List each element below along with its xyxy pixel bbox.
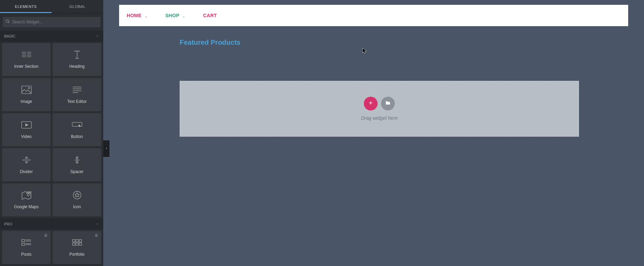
widget-label: Heading (69, 64, 85, 69)
svg-rect-24 (72, 240, 75, 242)
text-editor-icon (72, 85, 82, 94)
collapse-sidebar-button[interactable] (103, 140, 109, 157)
svg-rect-25 (76, 240, 78, 242)
preview-canvas: HOME SHOP CART Featured Products (103, 0, 644, 266)
nav-label: CART (203, 13, 217, 18)
chevron-down-icon (182, 14, 185, 17)
svg-point-16 (28, 193, 29, 194)
sidebar: ELEMENTS GLOBAL BASIC (0, 0, 103, 266)
divider-icon (21, 156, 32, 164)
preview-page: HOME SHOP CART Featured Products (119, 5, 628, 137)
widget-label: Image (21, 99, 32, 104)
button-icon (72, 120, 82, 129)
svg-rect-28 (76, 243, 78, 245)
widget-icon[interactable]: Icon (53, 183, 101, 216)
search-box[interactable] (3, 17, 101, 27)
chevron-down-icon (96, 34, 99, 38)
widget-text-editor[interactable]: Text Editor (53, 78, 101, 111)
section-basic-title: BASIC (4, 34, 15, 38)
video-icon (21, 120, 32, 129)
tab-global-label: GLOBAL (69, 4, 85, 9)
nav-home[interactable]: HOME (127, 13, 147, 18)
widget-image[interactable]: Image (2, 78, 51, 111)
widget-inner-section[interactable]: Inner Section (2, 43, 51, 76)
dropzone-buttons (364, 97, 395, 110)
widget-posts[interactable]: Posts (2, 231, 51, 264)
star-circle-icon (72, 191, 82, 200)
dropzone[interactable]: Drag widget here (180, 81, 579, 137)
tab-elements[interactable]: ELEMENTS (0, 0, 52, 13)
map-icon (21, 191, 32, 200)
widget-button[interactable]: Button (53, 113, 101, 146)
nav-label: SHOP (165, 13, 179, 18)
chevron-left-icon (105, 146, 108, 152)
chevron-down-icon (96, 222, 99, 226)
widget-label: Text Editor (67, 99, 87, 104)
dropzone-hint: Drag widget here (361, 115, 398, 121)
widget-label: Posts (21, 252, 31, 257)
inner-section-icon (21, 50, 32, 59)
widget-label: Inner Section (14, 64, 39, 69)
spacer-icon (72, 156, 82, 164)
search-icon (6, 19, 12, 25)
site-nav: HOME SHOP CART (119, 5, 628, 26)
widget-video[interactable]: Video (2, 113, 51, 146)
widget-grid-basic: Inner Section Heading Image (0, 42, 103, 219)
svg-rect-29 (79, 243, 82, 245)
widget-label: Portfolio (69, 252, 84, 257)
nav-cart[interactable]: CART (203, 13, 217, 18)
widget-portfolio[interactable]: Portfolio (53, 231, 101, 264)
sidebar-tabs: ELEMENTS GLOBAL (0, 0, 103, 13)
svg-rect-26 (79, 240, 82, 242)
search-input[interactable] (12, 20, 98, 24)
svg-rect-18 (21, 240, 24, 242)
lock-icon (44, 233, 48, 237)
widget-google-maps[interactable]: Google Maps (2, 183, 51, 216)
tab-elements-label: ELEMENTS (15, 4, 36, 9)
svg-rect-15 (72, 123, 82, 127)
widget-label: Divider (20, 169, 33, 174)
lock-icon (94, 233, 98, 237)
widget-grid-pro: Posts Portfolio (0, 230, 103, 266)
plus-icon (368, 100, 373, 107)
section-pro-head[interactable]: PRO (0, 219, 103, 230)
nav-shop[interactable]: SHOP (165, 13, 185, 18)
chevron-down-icon (144, 14, 147, 17)
nav-label: HOME (127, 13, 141, 18)
featured-products-heading[interactable]: Featured Products (180, 39, 628, 46)
svg-point-9 (28, 87, 30, 89)
image-icon (21, 85, 32, 94)
widget-label: Google Maps (14, 204, 39, 209)
section-basic-head[interactable]: BASIC (0, 31, 103, 42)
svg-rect-8 (22, 86, 31, 94)
folder-icon (385, 100, 391, 107)
widget-divider[interactable]: Divider (2, 148, 51, 181)
heading-icon (72, 50, 82, 59)
widget-label: Button (71, 134, 83, 139)
svg-rect-21 (21, 243, 24, 245)
widget-heading[interactable]: Heading (53, 43, 101, 76)
template-library-button[interactable] (381, 97, 395, 110)
widget-label: Icon (73, 204, 81, 209)
portfolio-icon (72, 238, 82, 247)
widget-label: Spacer (70, 169, 83, 174)
add-section-button[interactable] (364, 97, 378, 110)
widget-spacer[interactable]: Spacer (53, 148, 101, 181)
svg-rect-27 (72, 243, 75, 245)
widget-label: Video (21, 134, 31, 139)
tab-global[interactable]: GLOBAL (52, 0, 103, 13)
posts-icon (21, 238, 32, 247)
search-wrap (0, 13, 103, 31)
section-pro-title: PRO (4, 222, 12, 226)
